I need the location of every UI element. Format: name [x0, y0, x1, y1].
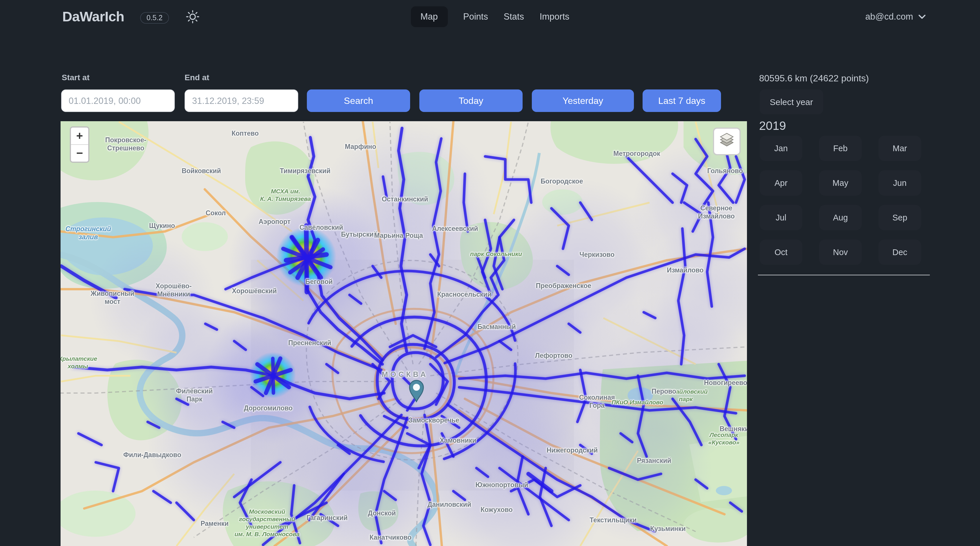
month-button-feb[interactable]: Feb	[819, 136, 862, 161]
map-layers-button[interactable]	[713, 128, 741, 155]
user-menu[interactable]: ab@cd.com	[865, 11, 926, 22]
search-button[interactable]: Search	[307, 89, 410, 112]
month-button-mar[interactable]: Mar	[878, 136, 921, 161]
months-grid: JanFebMarAprMayJunJulAugSepOctNovDec	[760, 136, 921, 265]
panel-divider	[758, 275, 930, 275]
app-window: DaWarIch 0.5.2 MapPointsStatsImports ab@…	[0, 0, 980, 546]
app-logo[interactable]: DaWarIch	[62, 9, 124, 25]
month-button-dec[interactable]: Dec	[878, 239, 921, 265]
start-at-label: Start at	[62, 73, 89, 82]
tab-stats[interactable]: Stats	[504, 6, 524, 27]
user-email: ab@cd.com	[865, 11, 913, 22]
version-badge: 0.5.2	[140, 12, 169, 24]
tab-map[interactable]: Map	[411, 6, 448, 27]
year-heading: 2019	[759, 119, 786, 133]
location-marker-pin[interactable]	[408, 378, 425, 405]
distance-points-stats: 80595.6 km (24622 points)	[759, 73, 869, 84]
month-button-may[interactable]: May	[819, 170, 862, 196]
month-button-apr[interactable]: Apr	[760, 170, 802, 196]
map-tiles	[60, 121, 747, 546]
start-at-input[interactable]	[61, 89, 175, 112]
end-at-input[interactable]	[185, 89, 298, 112]
yesterday-button[interactable]: Yesterday	[532, 89, 634, 112]
tab-imports[interactable]: Imports	[539, 6, 569, 27]
month-button-nov[interactable]: Nov	[819, 239, 862, 265]
month-button-oct[interactable]: Oct	[760, 239, 802, 265]
tab-points[interactable]: Points	[463, 6, 488, 27]
month-button-jan[interactable]: Jan	[760, 136, 802, 161]
month-button-aug[interactable]: Aug	[819, 205, 862, 230]
map-canvas[interactable]: Покровское- СтрешневоКоптевоМарфиноТимир…	[60, 121, 747, 546]
main-nav-tabs: MapPointsStatsImports	[411, 6, 570, 27]
theme-toggle-button[interactable]	[185, 10, 200, 26]
chevron-down-icon	[918, 11, 926, 22]
sun-icon	[185, 9, 200, 27]
today-button[interactable]: Today	[419, 89, 523, 112]
layers-icon	[719, 133, 735, 150]
end-at-label: End at	[185, 73, 209, 82]
zoom-out-button[interactable]: −	[71, 144, 88, 161]
select-year-button[interactable]: Select year	[760, 89, 823, 114]
last-7-days-button[interactable]: Last 7 days	[643, 89, 721, 112]
month-button-jul[interactable]: Jul	[760, 205, 802, 230]
month-button-jun[interactable]: Jun	[878, 170, 921, 196]
zoom-in-button[interactable]: +	[71, 128, 88, 144]
month-button-sep[interactable]: Sep	[878, 205, 921, 230]
map-zoom-control: + −	[70, 126, 89, 163]
